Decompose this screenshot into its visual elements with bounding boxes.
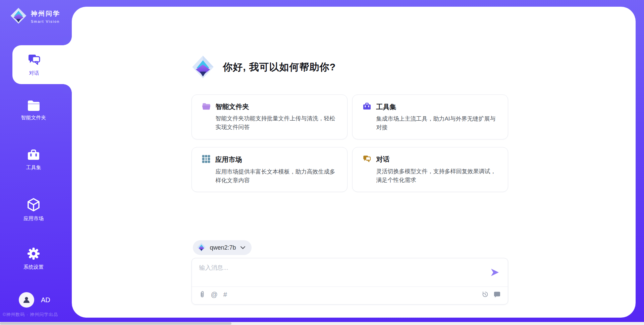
main-panel: 你好, 我可以如何帮助你? 智能文件夹 智能文件夹功能支持批量文件上传与清洗，轻… bbox=[72, 7, 636, 318]
cube-icon bbox=[27, 198, 40, 212]
card-title: 工具集 bbox=[376, 103, 396, 112]
greeting: 你好, 我可以如何帮助你? bbox=[192, 54, 336, 80]
user-profile[interactable]: AD bbox=[19, 292, 50, 308]
card-description: 灵活切换多模型文件，支持多样回复效果调试，满足个性化需求 bbox=[376, 167, 500, 185]
sidebar-item-settings[interactable]: 系统设置 bbox=[0, 247, 67, 270]
sidebar-item-smart-folder[interactable]: 智能文件夹 bbox=[0, 100, 67, 121]
card-description: 集成市场上主流工具，助力AI与外界无缝扩展与对接 bbox=[376, 115, 500, 132]
card-toolbox[interactable]: 工具集 集成市场上主流工具，助力AI与外界无缝扩展与对接 bbox=[352, 94, 508, 139]
sidebar-item-label: 系统设置 bbox=[23, 264, 44, 270]
gear-icon bbox=[27, 247, 40, 260]
main-content: 你好, 我可以如何帮助你? 智能文件夹 智能文件夹功能支持批量文件上传与清洗，轻… bbox=[192, 7, 508, 318]
chevron-down-icon bbox=[240, 245, 246, 251]
card-description: 应用市场提供丰富长文本模板，助力高效生成多样化文章内容 bbox=[216, 168, 339, 185]
brand-subtitle: Smart Vision bbox=[31, 19, 60, 23]
sidebar-item-app-market[interactable]: 应用市场 bbox=[0, 198, 67, 222]
greeting-logo-icon bbox=[192, 54, 214, 80]
composer-divider bbox=[192, 286, 508, 287]
sidebar-item-label: 对话 bbox=[29, 70, 39, 76]
sidebar-item-label: 智能文件夹 bbox=[21, 115, 46, 121]
brand-text: 神州问学 Smart Vision bbox=[31, 9, 60, 23]
brand-logo-icon bbox=[10, 7, 27, 25]
feature-cards: 智能文件夹 智能文件夹功能支持批量文件上传与清洗，轻松实现文件问答 bbox=[192, 94, 508, 192]
sidebar-item-chat[interactable]: 对话 bbox=[12, 45, 72, 84]
card-description: 智能文件夹功能支持批量文件上传与清洗，轻松实现文件问答 bbox=[216, 114, 339, 132]
mention-icon[interactable]: @ bbox=[211, 291, 218, 298]
toolbox-icon bbox=[27, 149, 40, 161]
card-title: 智能文件夹 bbox=[216, 102, 249, 111]
send-button[interactable] bbox=[490, 268, 500, 278]
attachment-icon[interactable] bbox=[199, 291, 205, 298]
toolbox-icon bbox=[363, 102, 371, 112]
app-window: 神州问学 Smart Vision 对话 bbox=[0, 0, 644, 325]
model-name: qwen2:7b bbox=[210, 244, 236, 251]
card-title: 应用市场 bbox=[215, 155, 242, 164]
model-logo-icon bbox=[197, 242, 206, 253]
model-selector[interactable]: qwen2:7b bbox=[193, 240, 252, 255]
tab-fillet-top bbox=[63, 37, 72, 45]
card-smart-folder[interactable]: 智能文件夹 智能文件夹功能支持批量文件上传与清洗，轻松实现文件问答 bbox=[192, 94, 347, 139]
folder-icon bbox=[27, 100, 40, 111]
brand: 神州问学 Smart Vision bbox=[10, 7, 60, 25]
chat-icon bbox=[363, 155, 371, 164]
sidebar-item-label: 应用市场 bbox=[23, 215, 44, 222]
history-icon[interactable] bbox=[482, 291, 489, 298]
sidebar: 神州问学 Smart Vision 对话 bbox=[0, 0, 72, 325]
sidebar-item-label: 工具集 bbox=[26, 165, 41, 171]
copyright-text: ©神州数码 · 神州问学出品 bbox=[3, 312, 72, 318]
user-name: AD bbox=[41, 296, 50, 304]
grid-icon bbox=[202, 155, 210, 165]
card-chat[interactable]: 对话 灵活切换多模型文件，支持多样回复效果调试，满足个性化需求 bbox=[352, 147, 508, 192]
hashtag-icon[interactable]: # bbox=[223, 291, 227, 298]
horizontal-scrollbar[interactable] bbox=[0, 322, 644, 325]
message-input[interactable] bbox=[199, 264, 484, 284]
composer-toolbar: @ # bbox=[199, 291, 500, 298]
avatar bbox=[19, 292, 34, 308]
message-composer: @ # bbox=[192, 258, 508, 305]
card-app-market[interactable]: 应用市场 应用市场提供丰富长文本模板，助力高效生成多样化文章内容 bbox=[192, 147, 347, 192]
sidebar-item-toolbox[interactable]: 工具集 bbox=[0, 149, 67, 171]
folder-icon bbox=[202, 103, 211, 111]
chat-bubble-icon[interactable] bbox=[494, 291, 500, 298]
scrollbar-thumb[interactable] bbox=[0, 322, 231, 325]
brand-name: 神州问学 bbox=[31, 9, 60, 18]
chat-icon bbox=[28, 53, 41, 67]
tab-fillet-bottom bbox=[63, 84, 72, 93]
greeting-text: 你好, 我可以如何帮助你? bbox=[223, 61, 336, 74]
card-title: 对话 bbox=[376, 155, 390, 164]
